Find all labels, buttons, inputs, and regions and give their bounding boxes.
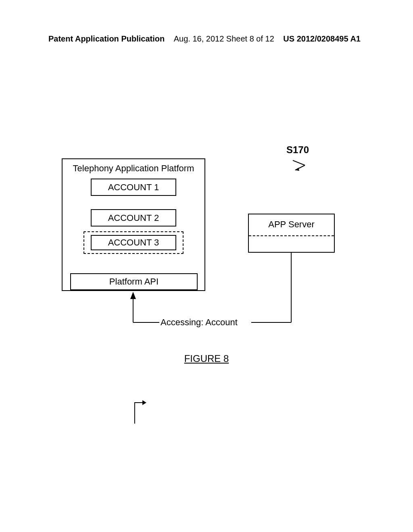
app-server-label: APP Server: [249, 214, 334, 230]
page-header: Patent Application Publication Aug. 16, …: [0, 34, 413, 44]
arrow-to-account3-vertical: [134, 402, 135, 424]
arrow-to-account3: [134, 402, 146, 403]
platform-api-box: Platform API: [70, 273, 198, 290]
svg-line-0: [293, 160, 305, 165]
account-3-box: ACCOUNT 3: [91, 235, 176, 250]
figure-caption: FIGURE 8: [184, 353, 229, 364]
step-reference-mark-icon: [291, 156, 309, 172]
platform-title: Telephony Application Platform: [63, 159, 204, 178]
header-date-sheet: Aug. 16, 2012 Sheet 8 of 12: [174, 34, 274, 44]
account-3-dashed-container: ACCOUNT 3: [83, 231, 184, 254]
app-server-divider: [249, 235, 334, 236]
header-publication: Patent Application Publication: [48, 34, 165, 44]
accessing-account-label: Accessing: Account: [161, 317, 238, 328]
step-s170-label: S170: [286, 144, 309, 156]
account-2-box: ACCOUNT 2: [91, 209, 176, 227]
header-patent-number: US 2012/0208495 A1: [283, 34, 361, 44]
telephony-platform-box: Telephony Application Platform ACCOUNT 1…: [62, 158, 205, 291]
account-1-box: ACCOUNT 1: [91, 179, 176, 196]
app-server-box: APP Server: [248, 214, 335, 253]
svg-marker-7: [130, 292, 136, 299]
